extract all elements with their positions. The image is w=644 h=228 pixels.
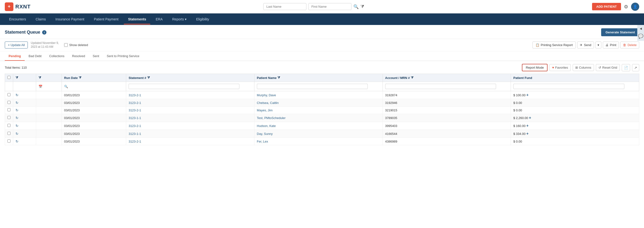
statement-link[interactable]: 3123-2-1: [128, 93, 141, 97]
statement-filter-icon[interactable]: ⧩: [147, 76, 150, 80]
refresh-icon[interactable]: ↻: [16, 132, 18, 136]
sidebar-collapse-icon[interactable]: ◀: [639, 26, 643, 31]
toolbar: + Update All Updated November 9,2023 at …: [0, 39, 644, 51]
statement-search-input[interactable]: [128, 84, 240, 89]
table-row: ↻ 03/01/2023 3123-2-1 Murphy, Dave 31928…: [5, 91, 639, 99]
row-checkbox[interactable]: [8, 101, 10, 104]
row-checkbox[interactable]: [8, 140, 10, 143]
row-checkbox-cell: [5, 91, 13, 99]
patient-name-link[interactable]: Murphy, Dave: [257, 93, 276, 97]
generate-statement-button[interactable]: Generate Statement: [601, 28, 639, 36]
row-checkbox[interactable]: [8, 93, 10, 96]
patient-name-link[interactable]: Day, Sunny: [257, 132, 273, 136]
printing-service-report-button[interactable]: 📋 Printing Service Report: [532, 42, 576, 48]
refresh-icon[interactable]: ↻: [16, 93, 18, 97]
select-all-checkbox[interactable]: [8, 76, 10, 79]
row-account-mrn: 3789035: [382, 114, 511, 122]
patient-search-input[interactable]: [257, 84, 368, 89]
statement-link[interactable]: 3123-2-1: [128, 108, 141, 112]
statements-table: ⧩ ⧩ Run Date ⧩ Statement # ⧩ Patient Nam…: [5, 74, 639, 145]
show-deleted-checkbox[interactable]: [64, 43, 68, 47]
last-name-input[interactable]: [263, 3, 306, 10]
report-mode-button[interactable]: Report Mode: [522, 64, 548, 71]
favorites-button[interactable]: ♥ Favorites: [550, 64, 570, 71]
export-external-button[interactable]: ↗: [632, 64, 639, 71]
patient-name-link[interactable]: Chelsea, Caitlin: [257, 101, 279, 105]
filter-calendar: 📅: [36, 82, 62, 91]
columns-button[interactable]: ⊞ Columns: [573, 64, 594, 71]
statement-link[interactable]: 3123-2-1: [128, 140, 141, 143]
search-button[interactable]: 🔍: [353, 4, 359, 9]
nav-insurance-payment[interactable]: Insurance Payment: [51, 14, 89, 25]
calendar-icon[interactable]: 📅: [38, 85, 42, 88]
run-date-search-icon[interactable]: 🔍: [64, 85, 68, 88]
refresh-icon[interactable]: ↻: [16, 116, 18, 120]
patient-name-link[interactable]: Fer, Lex: [257, 140, 268, 143]
row-refresh-cell: ↻: [13, 130, 36, 138]
filter-icon-2[interactable]: ⧩: [38, 76, 41, 79]
row-checkbox[interactable]: [8, 116, 10, 119]
statement-link[interactable]: 3123-2-1: [128, 101, 141, 105]
statement-link[interactable]: 3123-1-1: [128, 132, 141, 136]
tab-sent-to-printing-service[interactable]: Sent to Printing Service: [103, 51, 143, 61]
refresh-icon[interactable]: ↻: [16, 124, 18, 128]
filter-icon-1[interactable]: ⧩: [16, 76, 18, 79]
nav-era[interactable]: ERA: [151, 14, 167, 25]
nav-eligibility[interactable]: Eligibility: [192, 14, 213, 25]
nav-encounters[interactable]: Encounters: [5, 14, 30, 25]
row-checkbox[interactable]: [8, 132, 10, 135]
row-statement-num: 3123-1-1: [126, 114, 254, 122]
patient-name-link[interactable]: Test, PMtoScheduler: [257, 116, 286, 120]
statement-link[interactable]: 3123-1-1: [128, 116, 141, 120]
nav-statements[interactable]: Statements: [124, 14, 150, 25]
run-date-filter-icon[interactable]: ⧩: [79, 76, 82, 80]
settings-icon[interactable]: ⚙: [624, 4, 628, 10]
tab-pending[interactable]: Pending: [5, 51, 25, 61]
row-checkbox[interactable]: [8, 124, 10, 127]
patient-filter-icon[interactable]: ⧩: [278, 76, 280, 80]
user-avatar[interactable]: 👤: [631, 3, 639, 11]
nav-patient-payment[interactable]: Patient Payment: [90, 14, 123, 25]
send-button[interactable]: ✈ Send: [577, 42, 594, 48]
account-filter-icon[interactable]: ⧩: [411, 76, 414, 80]
logo-cross-icon: +: [5, 3, 14, 11]
plus-icon[interactable]: +: [526, 93, 528, 97]
nav-claims[interactable]: Claims: [31, 14, 50, 25]
tab-resolved[interactable]: Resolved: [68, 51, 89, 61]
account-search-input[interactable]: [385, 84, 496, 89]
refresh-icon[interactable]: ↻: [16, 140, 18, 143]
right-sidebar: ◀ 💬: [637, 25, 644, 41]
patient-name-link[interactable]: Hudson, Kate: [257, 124, 276, 128]
filter-button[interactable]: ⧩: [360, 4, 364, 9]
row-run-date: 03/01/2023: [62, 130, 126, 138]
nav-reports[interactable]: Reports ▾: [168, 14, 191, 25]
tab-bad-debt[interactable]: Bad Debt: [25, 51, 45, 61]
refresh-icon[interactable]: ↻: [16, 101, 18, 105]
row-statement-num: 3123-1-1: [126, 130, 254, 138]
print-button[interactable]: 🖨 Print: [603, 42, 619, 48]
export-csv-button[interactable]: 📄: [622, 64, 630, 71]
refresh-icon[interactable]: ↻: [16, 108, 18, 112]
info-icon[interactable]: i: [42, 30, 46, 35]
tab-collections[interactable]: Collections: [45, 51, 68, 61]
chat-icon[interactable]: 💬: [637, 33, 644, 40]
plus-icon[interactable]: +: [526, 124, 528, 128]
fund-search-input[interactable]: [513, 84, 624, 89]
row-checkbox-cell: [5, 114, 13, 122]
table-row: ↻ 03/01/2023 3123-2-1 Hudson, Kate 39954…: [5, 122, 639, 130]
add-patient-button[interactable]: ADD PATIENT: [592, 3, 621, 10]
filter-patient-input: [254, 82, 382, 91]
reset-grid-button[interactable]: ↺ Reset Grid: [596, 64, 620, 71]
statement-link[interactable]: 3123-2-1: [128, 124, 141, 128]
update-all-button[interactable]: + Update All: [5, 42, 28, 48]
first-name-input[interactable]: [308, 3, 352, 10]
row-checkbox[interactable]: [8, 108, 10, 111]
plus-icon[interactable]: +: [526, 132, 528, 136]
delete-button[interactable]: 🗑 Delete: [620, 42, 639, 48]
row-patient-fund: $ 0.00: [511, 99, 639, 106]
reports-dropdown-arrow: ▾: [185, 17, 186, 21]
plus-icon[interactable]: +: [529, 116, 531, 120]
send-dropdown-button[interactable]: ▾: [596, 42, 602, 48]
tab-sent[interactable]: Sent: [89, 51, 103, 61]
patient-name-link[interactable]: Mayes, Jim: [257, 108, 273, 112]
